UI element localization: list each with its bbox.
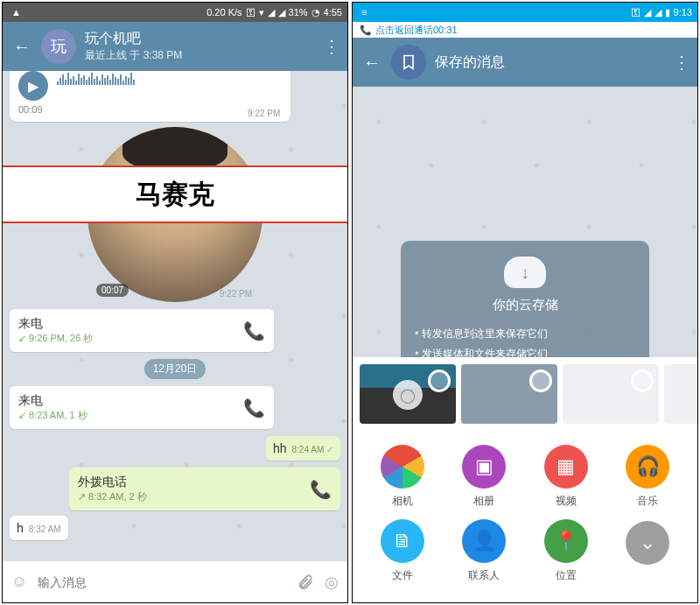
chat-area[interactable]: ▶ 00:09 9:22 PM 00:07 9:22 PM 来电 ↙9:26 P… [3,71,347,560]
emoji-button[interactable]: ☺ [11,573,27,591]
cloud-features-list: 转发信息到这里来保存它们 发送媒体和文件来存储它们 在任意设备上访问这个对话 [415,324,635,357]
attach-label: 相机 [392,494,413,509]
battery-icon: ▮ [665,7,670,18]
message-input[interactable] [38,575,286,589]
attach-label: 音乐 [637,494,658,509]
message-text: hh [273,441,287,455]
avatar[interactable]: 玩 [41,29,76,64]
camera-icon [381,445,424,489]
attach-button[interactable] [297,573,314,591]
attach-label [647,570,649,582]
attachment-panel: ◯ 相机 ▣相册 ▦视频 🎧音乐 🗎文件 👤联系人 📍位置 ⌄ [353,357,697,602]
select-circle[interactable] [631,369,654,392]
timestamp: 9:22 PM [248,107,284,118]
incoming-call-row[interactable]: 来电 ↙9:26 PM, 26 秒 📞 [10,309,274,352]
phone-icon[interactable]: 📞 [243,397,265,419]
select-circle[interactable] [428,369,451,392]
back-button[interactable]: ← [11,37,32,57]
list-item: 转发信息到这里来保存它们 [415,324,635,344]
attach-label: 位置 [556,568,577,583]
recent-media-row[interactable]: ◯ [353,357,697,431]
outgoing-call-row[interactable]: 外拨电话 ↗8:32 AM, 2 秒 📞 [69,468,340,510]
attach-album[interactable]: ▣相册 [444,440,526,514]
clock-text: 4:55 [324,7,342,18]
more-menu-button[interactable]: ⋮ [323,36,339,57]
phone-right: ≡ ⚿ ◢ ◢ ▮ 9:13 📞 点击返回通话00:31 ← 保存的消息 ⋮ 你… [352,2,698,603]
attach-video[interactable]: ▦视频 [525,440,607,514]
chat-title: 保存的消息 [435,53,673,72]
video-icon: ▦ [544,445,588,489]
file-icon: 🗎 [381,519,424,563]
chat-header: ← 玩 玩个机吧 最近上线 于 3:38 PM ⋮ [3,22,347,71]
header-title-block[interactable]: 保存的消息 [435,53,673,72]
header-title-block[interactable]: 玩个机吧 最近上线 于 3:38 PM [85,30,323,63]
outgoing-text-message[interactable]: hh 8:24 AM [266,436,340,461]
return-call-text: 点击返回通话00:31 [375,24,458,37]
voice-duration: 00:09 [18,101,282,115]
call-title: 来电 [18,316,243,332]
saved-messages-icon[interactable] [391,45,426,80]
message-text: h [17,521,24,535]
play-icon[interactable]: ▶ [18,71,48,101]
chat-title: 玩个机吧 [85,30,323,48]
date-separator: 12月20日 [144,359,206,379]
attach-camera[interactable]: 相机 [361,440,444,514]
back-button[interactable]: ← [361,53,382,73]
vpn-key-icon: ⚿ [246,7,256,18]
attach-label: 相册 [473,494,494,509]
signal-icon: ◢ [268,7,275,18]
signal-icon: ◢ [644,7,651,18]
media-thumb[interactable] [664,364,697,424]
attach-label: 联系人 [468,568,500,583]
more-menu-button[interactable]: ⋮ [673,52,689,73]
chevron-down-icon: ⌄ [626,521,669,565]
media-thumb[interactable]: ◯ [360,364,456,424]
media-thumb[interactable] [461,364,557,424]
censor-overlay: 马赛克 [3,165,347,223]
voice-message[interactable]: ▶ 00:09 9:22 PM [10,71,290,122]
alarm-icon: ◔ [312,7,320,18]
signal-icon-2: ◢ [654,7,662,18]
voice-record-button[interactable]: ◎ [325,573,339,592]
cloud-download-icon [504,257,546,288]
censor-label: 马赛克 [136,177,214,213]
attach-file[interactable]: 🗎文件 [361,514,444,588]
arrow-in-icon: ↙ [18,333,26,344]
battery-text: 31% [289,7,308,18]
select-circle[interactable] [529,369,552,392]
message-input-bar: ☺ ◎ [3,560,347,602]
net-speed: 0.20 K/s [206,7,242,18]
warning-icon: ▲ [11,7,21,18]
pin-icon: 📍 [544,519,588,563]
phone-icon[interactable]: 📞 [310,479,332,500]
clock-text: 9:13 [674,7,692,18]
attach-location[interactable]: 📍位置 [525,514,607,588]
video-duration-badge: 00:07 [96,284,129,297]
media-thumb[interactable] [563,364,659,424]
phone-icon: 📞 [360,25,372,36]
waveform [57,71,282,85]
phone-left: ▲ 0.20 K/s ⚿ ▾ ◢ ◢ 31% ◔ 4:55 ← 玩 玩个机吧 最… [2,2,348,603]
list-item: 发送媒体和文件来存储它们 [415,344,635,357]
call-subtitle: 9:26 PM, 26 秒 [29,332,93,345]
timestamp: 9:22 PM [220,289,252,299]
last-seen: 最近上线 于 3:38 PM [85,48,323,63]
call-subtitle: 8:23 AM, 1 秒 [29,409,88,422]
attach-music[interactable]: 🎧音乐 [607,440,690,514]
incoming-call-row[interactable]: 来电 ↙8:23 AM, 1 秒 📞 [10,386,274,429]
incoming-text-message[interactable]: h 8:32 AM [10,516,68,540]
attach-contact[interactable]: 👤联系人 [444,514,526,588]
vpn-key-icon: ⚿ [631,7,640,18]
chat-area[interactable]: 你的云存储 转发信息到这里来保存它们 发送媒体和文件来存储它们 在任意设备上访问… [353,87,697,357]
status-bar: ▲ 0.20 K/s ⚿ ▾ ◢ ◢ 31% ◔ 4:55 [3,3,347,22]
wifi-icon: ▾ [259,7,264,18]
attach-label: 文件 [392,568,413,583]
chat-header: ← 保存的消息 ⋮ [353,38,697,87]
call-subtitle: 8:32 AM, 2 秒 [88,490,147,503]
phone-icon[interactable]: 📞 [243,320,265,341]
attach-close[interactable]: ⌄ [607,514,690,588]
image-icon: ▣ [462,445,506,489]
return-to-call-bar[interactable]: 📞 点击返回通话00:31 [353,22,697,38]
call-title: 来电 [18,393,243,409]
status-bar: ≡ ⚿ ◢ ◢ ▮ 9:13 [353,3,697,22]
